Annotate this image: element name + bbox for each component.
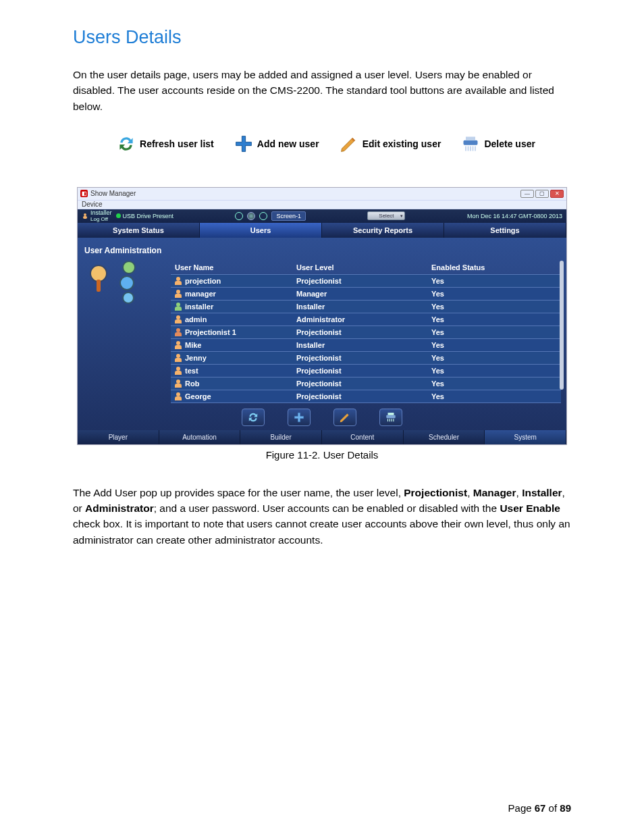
col-enabled: Enabled Status xyxy=(427,261,561,274)
btab-content[interactable]: Content xyxy=(322,430,404,444)
cell-username: Jenny xyxy=(185,354,207,362)
p2-i: ; and a user password. User accounts can… xyxy=(154,502,500,514)
cell-enabled: Yes xyxy=(431,277,444,285)
pencil-icon xyxy=(338,411,352,423)
table-row[interactable]: installerInstallerYes xyxy=(171,301,561,313)
table-row[interactable]: GeorgeProjectionistYes xyxy=(171,390,561,403)
tab-system-status[interactable]: System Status xyxy=(78,223,200,238)
cell-userlevel: Projectionist xyxy=(296,328,342,336)
menubar: Device xyxy=(78,200,566,209)
p2-a: The Add User pop up provides space for t… xyxy=(73,487,404,498)
window-minimize-button[interactable]: — xyxy=(520,190,534,198)
user-icon xyxy=(175,290,182,297)
window-close-button[interactable]: ✕ xyxy=(550,190,564,198)
usb-status: USB Drive Present xyxy=(116,213,174,219)
p2-h: Administrator xyxy=(85,502,154,514)
svg-rect-9 xyxy=(386,415,396,418)
user-icon xyxy=(175,329,182,336)
legend-add-label: Add new user xyxy=(257,138,319,149)
logoff-link[interactable]: Installer Log Off xyxy=(82,210,112,222)
user-icon xyxy=(82,213,88,219)
refresh-button[interactable] xyxy=(242,409,265,426)
user-icon xyxy=(175,355,182,361)
legend-edit: Edit existing user xyxy=(340,134,441,153)
cell-username: Mike xyxy=(185,341,201,349)
table-row[interactable]: projectionProjectionistYes xyxy=(171,275,561,288)
table-row[interactable]: adminAdministratorYes xyxy=(171,313,561,326)
app-window: ◧ Show Manager — ▢ ✕ Device xyxy=(77,187,567,445)
cell-userlevel: Projectionist xyxy=(296,354,342,362)
btab-player[interactable]: Player xyxy=(78,430,159,444)
circle3-icon[interactable] xyxy=(259,212,267,220)
user-icon xyxy=(175,316,182,323)
tab-security-reports[interactable]: Security Reports xyxy=(322,223,444,238)
cell-username: projection xyxy=(185,277,221,285)
table-row[interactable]: RobProjectionistYes xyxy=(171,377,561,390)
cell-enabled: Yes xyxy=(431,290,444,298)
add-button[interactable] xyxy=(288,409,311,426)
pencil-icon xyxy=(340,134,358,153)
user-admin-panel: User Administration User Name User Level… xyxy=(78,238,566,430)
vertical-scrollbar[interactable] xyxy=(560,261,564,390)
shredder-icon xyxy=(384,411,398,423)
circle2-icon[interactable] xyxy=(247,212,255,220)
edit-button[interactable] xyxy=(333,409,356,426)
cell-enabled: Yes xyxy=(431,303,444,311)
user-icon xyxy=(175,303,182,310)
legend-delete-label: Delete user xyxy=(484,138,535,149)
footer-mid: of xyxy=(545,802,560,814)
screen-select-dropdown[interactable]: Select xyxy=(367,211,405,220)
table-row[interactable]: JennyProjectionistYes xyxy=(171,352,561,365)
cell-enabled: Yes xyxy=(431,367,444,375)
btab-system[interactable]: System xyxy=(485,430,566,444)
cell-userlevel: Projectionist xyxy=(296,380,342,388)
p2-e: , xyxy=(516,487,522,498)
cell-username: Rob xyxy=(185,380,199,388)
btab-automation[interactable]: Automation xyxy=(159,430,241,444)
table-row[interactable]: managerManagerYes xyxy=(171,288,561,301)
cell-username: test xyxy=(185,367,198,375)
legend-add: Add new user xyxy=(234,134,319,153)
screen-indicator[interactable]: Screen-1 xyxy=(271,211,306,221)
figure-caption: Figure 11-2. User Details xyxy=(77,449,567,461)
logoff-label: Log Off xyxy=(90,216,108,222)
cell-enabled: Yes xyxy=(431,380,444,388)
cell-username: George xyxy=(185,392,211,400)
page-footer: Page 67 of 89 xyxy=(508,802,571,814)
cell-enabled: Yes xyxy=(431,341,444,349)
col-userlevel: User Level xyxy=(292,261,427,274)
user-icon xyxy=(175,367,182,374)
app-logo-icon: ◧ xyxy=(80,190,88,197)
btab-scheduler[interactable]: Scheduler xyxy=(404,430,485,444)
window-maximize-button[interactable]: ▢ xyxy=(535,190,549,198)
tab-users[interactable]: Users xyxy=(200,223,322,238)
cell-username: manager xyxy=(185,290,216,298)
delete-button[interactable] xyxy=(379,409,402,426)
col-username: User Name xyxy=(171,261,292,274)
tab-settings[interactable]: Settings xyxy=(444,223,566,238)
cell-userlevel: Installer xyxy=(296,341,325,349)
p2-f: Installer xyxy=(522,487,562,498)
svg-rect-1 xyxy=(466,136,475,140)
table-row[interactable]: MikeInstallerYes xyxy=(171,339,561,352)
footer-total: 89 xyxy=(560,802,571,814)
cell-username: admin xyxy=(185,315,207,323)
usb-status-label: USB Drive Present xyxy=(123,213,174,219)
bottom-tabs: Player Automation Builder Content Schedu… xyxy=(78,430,566,444)
panel-title: User Administration xyxy=(84,246,561,255)
btab-builder[interactable]: Builder xyxy=(240,430,322,444)
cell-username: Projectionist 1 xyxy=(185,328,236,336)
cell-userlevel: Projectionist xyxy=(296,277,342,285)
app-title: Show Manager xyxy=(90,190,136,197)
p2-d: Manager xyxy=(473,487,516,498)
intro-paragraph: On the user details page, users may be a… xyxy=(73,67,571,114)
legend-refresh-label: Refresh user list xyxy=(140,138,214,149)
section-heading: Users Details xyxy=(73,27,571,48)
cell-userlevel: Projectionist xyxy=(296,367,342,375)
circle1-icon[interactable] xyxy=(235,212,243,220)
table-row[interactable]: testProjectionistYes xyxy=(171,365,561,377)
table-row[interactable]: Projectionist 1ProjectionistYes xyxy=(171,326,561,339)
menu-device[interactable]: Device xyxy=(82,201,103,208)
cell-enabled: Yes xyxy=(431,315,444,323)
cell-enabled: Yes xyxy=(431,392,444,400)
